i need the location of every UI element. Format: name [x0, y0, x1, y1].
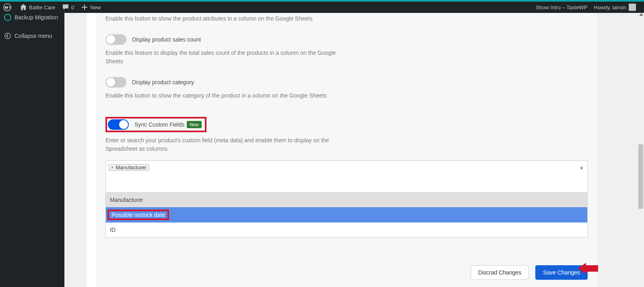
new-badge: New — [187, 121, 201, 128]
comments-link[interactable]: 0 — [58, 2, 77, 13]
footer-actions: Discrad Changes Save Changes — [471, 265, 588, 280]
avatar — [629, 4, 636, 11]
annotation-arrow — [578, 263, 598, 274]
dropdown-option-restock-date[interactable]: Possible restock date — [106, 207, 587, 223]
wordpress-icon — [3, 3, 11, 11]
site-name: Battle Care — [29, 4, 55, 10]
toggle-sales-count[interactable] — [105, 34, 126, 45]
toggle-custom-fields[interactable] — [108, 119, 129, 130]
backup-icon — [4, 14, 11, 21]
tag-label: Manufacturer — [116, 164, 147, 171]
svg-point-1 — [5, 33, 10, 39]
remove-tag[interactable]: × — [111, 165, 114, 170]
dropdown-option-manufacturer[interactable]: Manufacturer — [106, 193, 587, 207]
intro-link[interactable]: Show Intro – TasteWP — [536, 4, 587, 10]
setting-category: Display product category Enable this but… — [105, 75, 588, 110]
highlight-annotation: Sync Custom Fields New — [105, 117, 206, 132]
clear-all[interactable]: × — [580, 165, 583, 171]
plus-icon — [80, 3, 89, 11]
setting-desc: Enter or search your product's custom fi… — [105, 136, 339, 153]
home-icon — [19, 3, 27, 11]
setting-desc: Enable this button to show the product a… — [105, 15, 339, 23]
comment-icon — [62, 3, 70, 11]
scroll-up-icon — [639, 13, 643, 16]
setting-label: Display product category — [132, 79, 194, 85]
comments-count: 0 — [71, 4, 74, 10]
sidebar-item-backup-migration[interactable]: Backup Migration — [0, 13, 64, 24]
setting-custom-fields: Sync Custom Fields New Enter or search y… — [105, 110, 588, 247]
selected-tag: × Manufacturer — [108, 164, 149, 171]
account-link[interactable]: Howdy, tahsin — [594, 2, 636, 13]
setting-sales-count: Display product sales count Enable this … — [105, 33, 588, 75]
scroll-thumb[interactable] — [638, 144, 643, 209]
howdy-text: Howdy, tahsin — [594, 4, 626, 10]
sidebar-label: Backup Migration — [14, 14, 58, 21]
setting-attributes: Enable this button to show the product a… — [105, 13, 588, 33]
collapse-menu[interactable]: Collapse menu — [0, 29, 64, 43]
scrollbar[interactable] — [638, 13, 644, 287]
site-link[interactable]: Battle Care — [16, 2, 58, 13]
discard-button[interactable]: Discrad Changes — [471, 265, 529, 280]
admin-sidebar: Backup Migration Collapse menu — [0, 13, 64, 287]
custom-fields-multiselect[interactable]: × Manufacturer × — [105, 160, 588, 193]
setting-desc: Enable this button to show the category … — [105, 92, 339, 100]
setting-label: Sync Custom Fields — [134, 121, 184, 128]
toggle-category[interactable] — [105, 77, 126, 87]
wp-logo[interactable] — [0, 2, 16, 13]
collapse-icon — [4, 32, 11, 40]
dropdown-option-id[interactable]: ID — [106, 223, 587, 237]
collapse-label: Collapse menu — [14, 33, 52, 39]
admin-toolbar: Battle Care 0 New Show Intro – TasteWP H… — [0, 0, 644, 13]
highlight-annotation: Possible restock date — [107, 210, 169, 220]
new-label: New — [90, 4, 101, 10]
new-link[interactable]: New — [77, 2, 104, 13]
custom-fields-dropdown: Manufacturer Possible restock date ID — [105, 193, 588, 237]
main-content: Enable this button to show the product a… — [64, 13, 620, 287]
setting-label: Display product sales count — [132, 36, 201, 43]
setting-desc: Enable this feature to display the total… — [105, 49, 339, 66]
